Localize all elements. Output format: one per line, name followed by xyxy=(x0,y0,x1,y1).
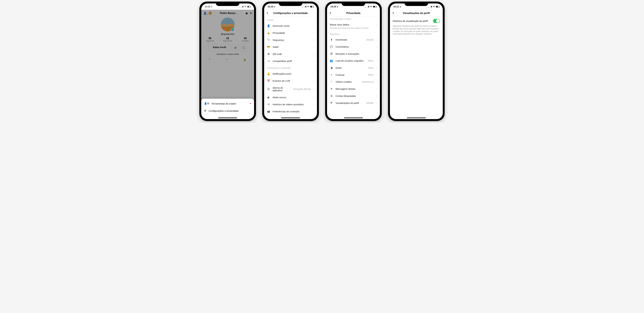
home-indicator[interactable] xyxy=(281,118,300,118)
chevron-icon xyxy=(376,38,377,41)
settings-conta-row-5[interactable]: ↪Compartilhar perfil xyxy=(264,57,317,65)
home-indicator[interactable] xyxy=(344,118,363,118)
privacy-row-5[interactable]: ⟡CosturarTodos xyxy=(327,71,380,78)
privacy-row-5-label: Costurar xyxy=(336,73,365,76)
chevron-icon xyxy=(376,87,377,90)
sheet-settings[interactable]: ⚙ Configurações e privacidade xyxy=(201,107,254,114)
chevron-icon xyxy=(376,101,377,104)
home-indicator[interactable] xyxy=(218,118,237,118)
privacy-row-4[interactable]: ◑DuetoTodos xyxy=(327,64,380,71)
status-time: 14:10 xyxy=(205,5,210,8)
page-title: Configurações e privacidade xyxy=(274,12,308,14)
privacy-row-9[interactable]: 👁Visualizações de perfilAtivado xyxy=(327,99,380,106)
wifi-icon xyxy=(244,6,246,7)
privacy-row-8-label: Contas bloqueadas xyxy=(336,95,374,97)
chevron-icon xyxy=(376,59,377,62)
settings-conteudo-row-3[interactable]: ◐Modo escuro xyxy=(264,94,317,101)
chevron-icon xyxy=(313,45,314,48)
settings-conteudo-row-0-icon: 🔔 xyxy=(267,72,270,75)
privacy-row-8-icon: ⊘ xyxy=(330,94,333,97)
settings-conta-row-4[interactable]: ⊞QR code xyxy=(264,50,317,57)
settings-conteudo-row-2-label: Idioma do aplicativo xyxy=(273,86,291,92)
back-button[interactable] xyxy=(392,10,395,16)
privacy-row-6[interactable]: ♡Vídeos curtidosSomente eu xyxy=(327,78,380,85)
toggle-label: Histórico de visualização de perfil xyxy=(393,20,428,22)
privacy-row-5-value: Todos xyxy=(368,73,374,76)
privacy-row-2[interactable]: @Menções e marcações xyxy=(327,50,380,57)
settings-conteudo-row-3-label: Modo escuro xyxy=(273,96,311,99)
settings-conteudo-row-0[interactable]: 🔔Notificações push xyxy=(264,70,317,77)
privacy-row-3[interactable]: 👥Lista de usuários seguidosTodos xyxy=(327,57,380,64)
chevron-icon xyxy=(313,88,314,90)
status-time: 14:10 xyxy=(330,5,336,8)
privacy-row-9-icon: 👁 xyxy=(330,101,333,104)
settings-conteudo-row-2-icon: Ⓐ xyxy=(267,87,270,91)
back-button[interactable] xyxy=(266,10,269,16)
privacy-row-4-label: Dueto xyxy=(336,66,365,69)
status-time: 14:10 xyxy=(268,5,273,8)
profile-root: Pedro Nunes + @opedrohen 85 Seguindo 22 xyxy=(201,10,254,119)
location-arrow-icon xyxy=(211,5,212,8)
notification-dot xyxy=(250,103,251,104)
location-arrow-icon xyxy=(274,5,275,8)
header: Configurações e privacidade xyxy=(264,10,317,17)
chevron-icon xyxy=(376,80,377,83)
settings-conteudo-row-0-label: Notificações push xyxy=(273,72,311,75)
sheet-creator-tools[interactable]: 👤⚙ Ferramentas do criador xyxy=(201,100,254,107)
settings-conta-row-3[interactable]: 💳Saldo xyxy=(264,43,317,50)
signal-dot xyxy=(302,7,303,7)
settings-list[interactable]: CONTA 👤Gerenciar conta🔒Privacidade🛡Segur… xyxy=(264,17,317,119)
chevron-icon xyxy=(313,79,314,82)
settings-conteudo-row-4[interactable]: ↺Histórico de vídeos assistidos xyxy=(264,101,317,108)
settings-conteudo-row-1-label: Eventos de LIVE xyxy=(273,79,311,82)
chevron-icon xyxy=(313,103,314,106)
settings-conta-row-4-label: QR code xyxy=(273,53,311,55)
settings-conta-row-3-icon: 💳 xyxy=(267,45,270,48)
privacy-row-6-value: Somente eu xyxy=(362,81,374,83)
privacy-row-0[interactable]: ⬇DownloadsAtivado xyxy=(327,36,380,43)
chevron-icon xyxy=(313,72,314,75)
chevron-icon xyxy=(376,73,377,76)
privacy-row-1[interactable]: 💬Comentários xyxy=(327,43,380,50)
privacy-list[interactable]: Personalização e dados Baixar seus dados… xyxy=(327,17,380,119)
chevron-icon xyxy=(376,95,377,97)
settings-conta-row-2-label: Segurança xyxy=(273,39,311,41)
battery-icon xyxy=(373,6,376,7)
settings-conteudo-row-1[interactable]: 📅Eventos de LIVE xyxy=(264,77,317,84)
back-button[interactable] xyxy=(329,10,332,16)
settings-conteudo-row-4-label: Histórico de vídeos assistidos xyxy=(273,103,311,106)
notch xyxy=(404,1,428,6)
chevron-icon xyxy=(376,52,377,55)
privacy-row-6-label: Vídeos curtidos xyxy=(336,80,359,83)
settings-conteudo-row-2[interactable]: ⒶIdioma do aplicativoPortuguês (Brasil) xyxy=(264,84,317,94)
privacy-row-3-value: Todos xyxy=(368,59,374,62)
settings-conteudo-row-5-label: Preferências de conteúdo xyxy=(273,110,311,113)
page-title: Privacidade xyxy=(346,12,360,14)
settings-conta-row-5-icon: ↪ xyxy=(267,59,270,62)
privacy-row-5-icon: ⟡ xyxy=(330,73,333,76)
privacy-row-9-value: Ativado xyxy=(366,102,374,104)
chevron-icon xyxy=(313,38,314,41)
settings-conta-row-0-icon: 👤 xyxy=(267,24,270,27)
wifi-icon xyxy=(370,6,372,7)
creator-tools-icon: 👤⚙ xyxy=(204,102,209,105)
privacy-row-1-label: Comentários xyxy=(336,45,374,48)
settings-conta-row-1-icon: 🔒 xyxy=(267,31,270,34)
home-indicator[interactable] xyxy=(407,118,426,118)
battery-icon xyxy=(247,6,250,7)
privacy-row-8[interactable]: ⊘Contas bloqueadas xyxy=(327,92,380,99)
toggle-description: Veja quem visualizou seu perfil nos últi… xyxy=(390,24,443,36)
settings-conta-row-1[interactable]: 🔒Privacidade xyxy=(264,29,317,36)
screen-settings: 14:10 Configurações e privacidade CONTA … xyxy=(264,3,317,119)
profile-view-history-toggle[interactable] xyxy=(433,19,440,23)
phone-4: 14:11 Visualizações de perfil Histórico … xyxy=(388,1,445,121)
location-arrow-icon xyxy=(337,5,338,8)
settings-conteudo-row-5[interactable]: 📹Preferências de conteúdo xyxy=(264,108,317,115)
chevron-icon xyxy=(376,23,377,26)
privacy-row-7[interactable]: ✈Mensagens diretas xyxy=(327,85,380,92)
settings-label: Configurações e privacidade xyxy=(209,109,238,112)
section-person-label: Personalização e dados xyxy=(327,17,380,21)
settings-conta-row-2[interactable]: 🛡Segurança xyxy=(264,36,317,43)
settings-conta-row-0[interactable]: 👤Gerenciar conta xyxy=(264,22,317,29)
phone-1: 14:10 Pedro Nunes xyxy=(199,1,256,121)
